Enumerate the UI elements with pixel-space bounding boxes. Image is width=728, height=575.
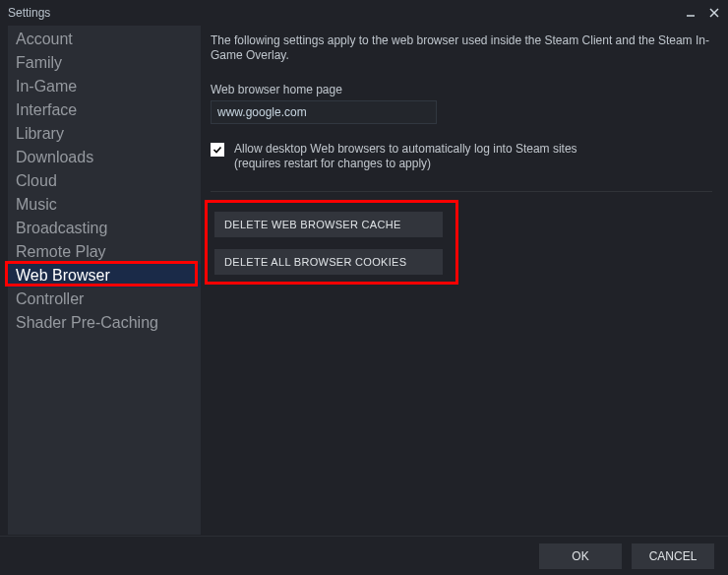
- sidebar-item-label: Remote Play: [16, 243, 106, 260]
- settings-sidebar: Account Family In-Game Interface Library…: [8, 26, 201, 535]
- minimize-icon: [686, 8, 696, 18]
- sidebar-item-label: Cloud: [16, 172, 57, 189]
- sidebar-item-account[interactable]: Account: [8, 28, 201, 51]
- sidebar-item-controller[interactable]: Controller: [8, 288, 201, 311]
- sidebar-item-interface[interactable]: Interface: [8, 98, 201, 122]
- sidebar-item-cloud[interactable]: Cloud: [8, 169, 201, 193]
- titlebar: Settings: [0, 0, 728, 26]
- close-button[interactable]: [704, 3, 724, 23]
- auto-login-label: Allow desktop Web browsers to automatica…: [234, 142, 577, 171]
- checkmark-icon: [212, 145, 222, 155]
- sidebar-item-family[interactable]: Family: [8, 51, 201, 75]
- sidebar-item-library[interactable]: Library: [8, 122, 201, 146]
- sidebar-item-remote-play[interactable]: Remote Play: [8, 240, 201, 264]
- sidebar-item-shader-pre-caching[interactable]: Shader Pre-Caching: [8, 311, 201, 335]
- sidebar-item-label: Controller: [16, 290, 84, 307]
- sidebar-item-label: Account: [16, 31, 73, 47]
- sidebar-item-label: In-Game: [16, 78, 77, 95]
- sidebar-item-in-game[interactable]: In-Game: [8, 75, 201, 98]
- sidebar-item-label: Shader Pre-Caching: [16, 314, 158, 331]
- sidebar-item-label: Web Browser: [16, 267, 110, 284]
- settings-content: The following settings apply to the web …: [201, 26, 728, 535]
- home-page-label: Web browser home page: [211, 83, 712, 96]
- dialog-footer: OK CANCEL: [0, 536, 728, 575]
- sidebar-item-label: Music: [16, 196, 57, 213]
- sidebar-item-downloads[interactable]: Downloads: [8, 146, 201, 169]
- sidebar-item-label: Family: [16, 54, 62, 71]
- ok-button[interactable]: OK: [539, 543, 622, 569]
- settings-window: Settings Account Family In-Game Interfac…: [0, 0, 728, 575]
- content-description: The following settings apply to the web …: [211, 33, 712, 63]
- sidebar-item-music[interactable]: Music: [8, 193, 201, 217]
- auto-login-checkbox[interactable]: [211, 143, 224, 157]
- sidebar-item-broadcasting[interactable]: Broadcasting: [8, 217, 201, 240]
- window-title: Settings: [8, 0, 50, 26]
- cancel-button[interactable]: CANCEL: [632, 543, 714, 569]
- sidebar-item-label: Interface: [16, 101, 77, 118]
- minimize-button[interactable]: [681, 3, 700, 23]
- divider: [211, 191, 712, 192]
- delete-cookies-button[interactable]: DELETE ALL BROWSER COOKIES: [214, 249, 443, 275]
- sidebar-item-label: Downloads: [16, 149, 93, 165]
- home-page-input[interactable]: [211, 100, 437, 124]
- sidebar-item-label: Broadcasting: [16, 220, 107, 236]
- close-icon: [709, 8, 719, 18]
- delete-cache-button[interactable]: DELETE WEB BROWSER CACHE: [214, 212, 443, 237]
- sidebar-item-web-browser[interactable]: Web Browser: [8, 264, 201, 288]
- sidebar-item-label: Library: [16, 125, 64, 142]
